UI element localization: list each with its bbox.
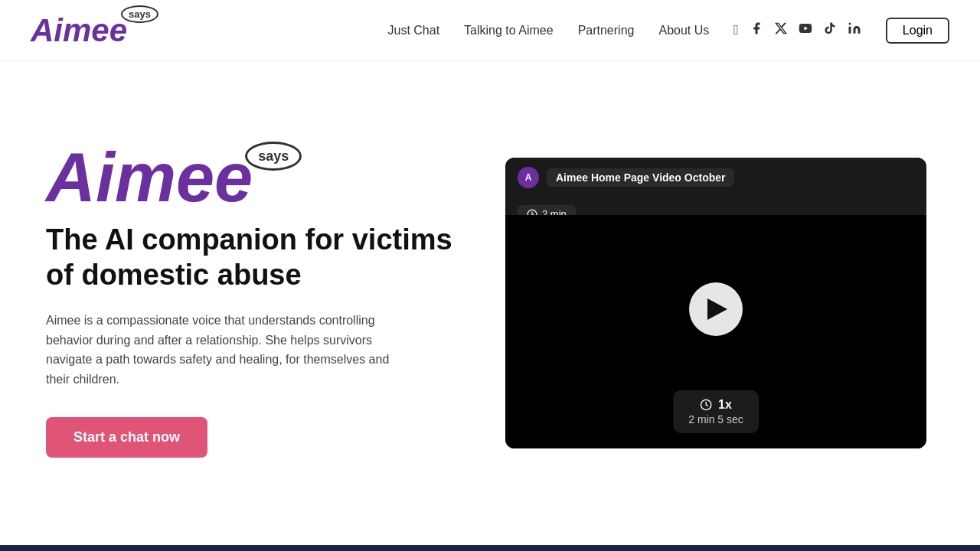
main-nav: Just Chat Talking to Aimee Partnering Ab… — [388, 18, 949, 44]
video-body: 1x 2 min 5 sec — [505, 215, 926, 448]
hero-says-bubble: says — [245, 148, 302, 165]
says-text: says — [121, 5, 158, 23]
nav-partnering[interactable]: Partnering — [578, 24, 635, 37]
facebook-icon[interactable]:  — [733, 22, 739, 38]
logo[interactable]: Aimee says — [31, 15, 165, 47]
video-player: A Aimee Home Page Video October 2 min 1x… — [505, 158, 926, 448]
play-button[interactable] — [689, 282, 743, 336]
facebook-icon[interactable] — [750, 21, 763, 39]
svg-point-0 — [848, 23, 851, 25]
speed-value: 1x — [718, 398, 732, 412]
footer-bar — [0, 545, 980, 551]
speed-icon — [700, 399, 712, 411]
main-content: Aimee says The AI companion for victims … — [0, 61, 980, 545]
hero-logo: Aimee says — [46, 148, 459, 207]
video-avatar: A — [518, 167, 539, 188]
speed-info: 1x 2 min 5 sec — [673, 390, 759, 433]
x-twitter-icon[interactable] — [774, 21, 788, 39]
nav-talking-to-aimee[interactable]: Talking to Aimee — [464, 24, 554, 37]
tiktok-icon[interactable] — [823, 21, 837, 39]
hero-logo-text: Aimee — [46, 148, 253, 207]
nav-about-us[interactable]: About Us — [658, 24, 709, 37]
video-title: Aimee Home Page Video October — [547, 168, 734, 187]
social-icons:  — [733, 21, 861, 39]
hero-section: Aimee says The AI companion for victims … — [46, 148, 459, 457]
video-header: A Aimee Home Page Video October — [505, 158, 926, 197]
play-icon — [707, 298, 727, 320]
linkedin-icon[interactable] — [848, 21, 861, 39]
hero-says-text: says — [245, 142, 302, 171]
time-remaining: 2 min 5 sec — [688, 413, 743, 425]
logo-text: Aimee — [31, 15, 127, 47]
site-header: Aimee says Just Chat Talking to Aimee Pa… — [0, 0, 980, 61]
login-button[interactable]: Login — [886, 18, 949, 44]
says-bubble: says — [121, 7, 158, 21]
hero-body: Aimee is a compassionate voice that unde… — [46, 311, 398, 389]
nav-just-chat[interactable]: Just Chat — [388, 24, 440, 37]
cta-button[interactable]: Start a chat now — [46, 417, 207, 458]
hero-headline: The AI companion for victims of domestic… — [46, 223, 459, 292]
youtube-icon[interactable] — [799, 21, 812, 39]
